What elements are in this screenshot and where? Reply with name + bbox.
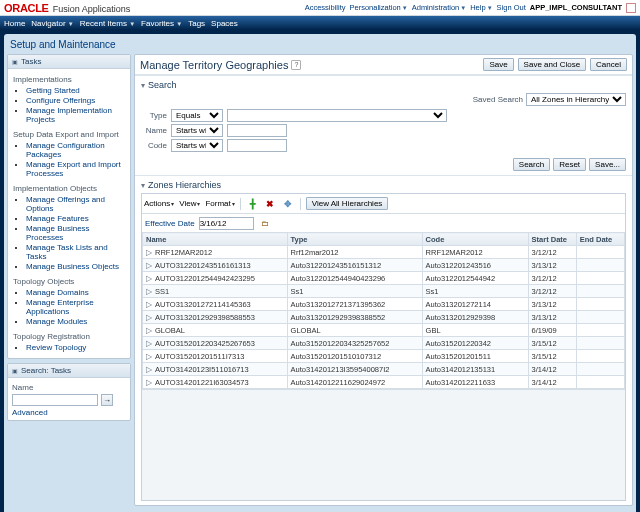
table-row[interactable]: ▷AUTO3122012544942423295Auto312201254494… bbox=[143, 272, 625, 285]
effective-date-input[interactable] bbox=[199, 217, 254, 230]
format-menu[interactable]: Format ▾ bbox=[205, 199, 234, 208]
collapse-icon[interactable]: ▣ bbox=[12, 367, 18, 374]
name-input[interactable] bbox=[227, 124, 287, 137]
task-link[interactable]: Manage Business Objects bbox=[26, 262, 126, 271]
task-group-header: Topology Registration bbox=[12, 329, 126, 342]
search-region-title: Search bbox=[148, 80, 177, 90]
effective-date-label[interactable]: Effective Date bbox=[145, 219, 195, 228]
link-signout[interactable]: Sign Out bbox=[497, 3, 526, 12]
collapse-icon[interactable]: ▣ bbox=[12, 58, 18, 65]
saved-search-select[interactable]: All Zones in Hierarchy bbox=[526, 93, 626, 106]
link-administration[interactable]: Administration▼ bbox=[412, 3, 466, 12]
search-tasks-panel: ▣Search: Tasks Name → Advanced bbox=[7, 363, 131, 421]
page-body: Setup and Maintenance ▣Tasks Implementat… bbox=[4, 34, 636, 512]
table-row[interactable]: ▷AUTO313201272114145363Auto3132012721371… bbox=[143, 298, 625, 311]
search-tasks-input[interactable] bbox=[12, 394, 98, 406]
nav-recent[interactable]: Recent Items ▼ bbox=[80, 19, 135, 28]
task-link[interactable]: Configure Offerings bbox=[26, 96, 126, 105]
code-op-select[interactable]: Starts with bbox=[171, 139, 223, 152]
datepicker-icon[interactable]: 🗀 bbox=[258, 216, 272, 230]
column-header[interactable]: Start Date bbox=[528, 233, 576, 246]
actions-menu[interactable]: Actions ▾ bbox=[144, 199, 174, 208]
link-help[interactable]: Help▼ bbox=[470, 3, 492, 12]
search-region: ▾Search Saved Search All Zones in Hierar… bbox=[135, 75, 632, 175]
task-group-header: Implementations bbox=[12, 72, 126, 85]
search-tasks-go-button[interactable]: → bbox=[101, 394, 113, 406]
task-link[interactable]: Manage Configuration Packages bbox=[26, 141, 126, 159]
link-accessibility[interactable]: Accessibility bbox=[305, 3, 346, 12]
page-title: Setup and Maintenance bbox=[7, 37, 633, 54]
table-row[interactable]: ▷SS1Ss1Ss13/12/12 bbox=[143, 285, 625, 298]
code-label: Code bbox=[141, 141, 167, 150]
table-row[interactable]: ▷AUTO312201243516161313Auto3122012435161… bbox=[143, 259, 625, 272]
table-row[interactable]: ▷GLOBALGLOBALGBL6/19/09 bbox=[143, 324, 625, 337]
table-row[interactable]: ▷AUTO3132012929398588553Auto31320129293­… bbox=[143, 311, 625, 324]
link-personalization[interactable]: Personalization▼ bbox=[349, 3, 407, 12]
sn-label: Name bbox=[12, 383, 42, 392]
save-button[interactable]: Save bbox=[483, 58, 513, 71]
table-row[interactable]: ▷AUTO31520122034­25267653Auto31520122034… bbox=[143, 337, 625, 350]
tasks-panel: ▣Tasks ImplementationsGetting StartedCon… bbox=[7, 54, 131, 359]
task-link[interactable]: Manage Business Processes bbox=[26, 224, 126, 242]
task-link[interactable]: Manage Export and Import Processes bbox=[26, 160, 126, 178]
nav-bar: Home Navigator ▼ Recent Items ▼ Favorite… bbox=[0, 16, 640, 30]
save-search-button[interactable]: Save... bbox=[589, 158, 626, 171]
advanced-link[interactable]: Advanced bbox=[12, 408, 48, 417]
task-link[interactable]: Manage Domains bbox=[26, 288, 126, 297]
column-header[interactable]: Type bbox=[287, 233, 422, 246]
move-icon[interactable]: ✥ bbox=[282, 197, 295, 210]
user-name: APP_IMPL_CONSULTANT bbox=[530, 3, 622, 12]
search-button[interactable]: Search bbox=[513, 158, 550, 171]
type-label: Type bbox=[141, 111, 167, 120]
top-bar: ORACLE Fusion Applications Accessibility… bbox=[0, 0, 640, 16]
column-header[interactable]: Code bbox=[422, 233, 528, 246]
content-header: Manage Territory Geographies ? Save Save… bbox=[135, 55, 632, 75]
column-header[interactable]: End Date bbox=[576, 233, 624, 246]
help-icon[interactable]: ? bbox=[291, 60, 301, 70]
view-menu[interactable]: View ▾ bbox=[179, 199, 200, 208]
saved-search-label: Saved Search bbox=[473, 95, 523, 104]
zones-table: NameTypeCodeStart DateEnd Date ▷RRF12MAR… bbox=[142, 232, 625, 389]
add-icon[interactable]: ╋ bbox=[246, 197, 259, 210]
content-title: Manage Territory Geographies bbox=[140, 59, 288, 71]
app-name: Fusion Applications bbox=[53, 4, 131, 14]
code-input[interactable] bbox=[227, 139, 287, 152]
top-links: Accessibility Personalization▼ Administr… bbox=[305, 3, 636, 13]
task-link[interactable]: Getting Started bbox=[26, 86, 126, 95]
table-row[interactable]: ▷RRF12MAR2012Rrf12mar2012RRF12MAR20123/1… bbox=[143, 246, 625, 259]
task-link[interactable]: Review Topology bbox=[26, 343, 126, 352]
column-header[interactable]: Name bbox=[143, 233, 288, 246]
task-group-header: Topology Objects bbox=[12, 274, 126, 287]
nav-spaces[interactable]: Spaces bbox=[211, 19, 238, 28]
table-row[interactable]: ▷AUTO314201221I63034573Auto3142012211629… bbox=[143, 376, 625, 389]
chevron-down-icon[interactable]: ▾ bbox=[141, 81, 145, 90]
name-op-select[interactable]: Starts with bbox=[171, 124, 223, 137]
cancel-button[interactable]: Cancel bbox=[590, 58, 627, 71]
task-group-header: Implementation Objects bbox=[12, 181, 126, 194]
delete-icon[interactable]: ✖ bbox=[264, 197, 277, 210]
task-link[interactable]: Manage Task Lists and Tasks bbox=[26, 243, 126, 261]
search-tasks-title: Search: Tasks bbox=[21, 366, 71, 375]
chevron-down-icon[interactable]: ▾ bbox=[141, 181, 145, 190]
task-link[interactable]: Manage Implementation Projects bbox=[26, 106, 126, 124]
zones-region: ▾Zones Hierarchies Actions ▾ View ▾ Form… bbox=[135, 175, 632, 505]
view-all-button[interactable]: View All Hierarchies bbox=[306, 197, 389, 210]
table-row[interactable]: ▷AUTO31420123I511016713Auto314201213­I35… bbox=[143, 363, 625, 376]
nav-navigator[interactable]: Navigator ▼ bbox=[31, 19, 73, 28]
brand: ORACLE Fusion Applications bbox=[4, 2, 130, 14]
nav-favorites[interactable]: Favorites ▼ bbox=[141, 19, 182, 28]
save-close-button[interactable]: Save and Close bbox=[518, 58, 586, 71]
nav-tags[interactable]: Tags bbox=[188, 19, 205, 28]
table-row[interactable]: ▷AUTO315201201511I73­13Auto3152012015101… bbox=[143, 350, 625, 363]
name-label: Name bbox=[141, 126, 167, 135]
type-op-select[interactable]: Equals bbox=[171, 109, 223, 122]
task-link[interactable]: Manage Offerings and Options bbox=[26, 195, 126, 213]
task-link[interactable]: Manage Enterprise Applications bbox=[26, 298, 126, 316]
task-link[interactable]: Manage Modules bbox=[26, 317, 126, 326]
notification-icon[interactable] bbox=[626, 3, 636, 13]
task-link[interactable]: Manage Features bbox=[26, 214, 126, 223]
type-val-select[interactable] bbox=[227, 109, 447, 122]
zones-toolbar: Actions ▾ View ▾ Format ▾ ╋ ✖ ✥ View All… bbox=[142, 194, 625, 214]
nav-home[interactable]: Home bbox=[4, 19, 25, 28]
reset-button[interactable]: Reset bbox=[553, 158, 586, 171]
